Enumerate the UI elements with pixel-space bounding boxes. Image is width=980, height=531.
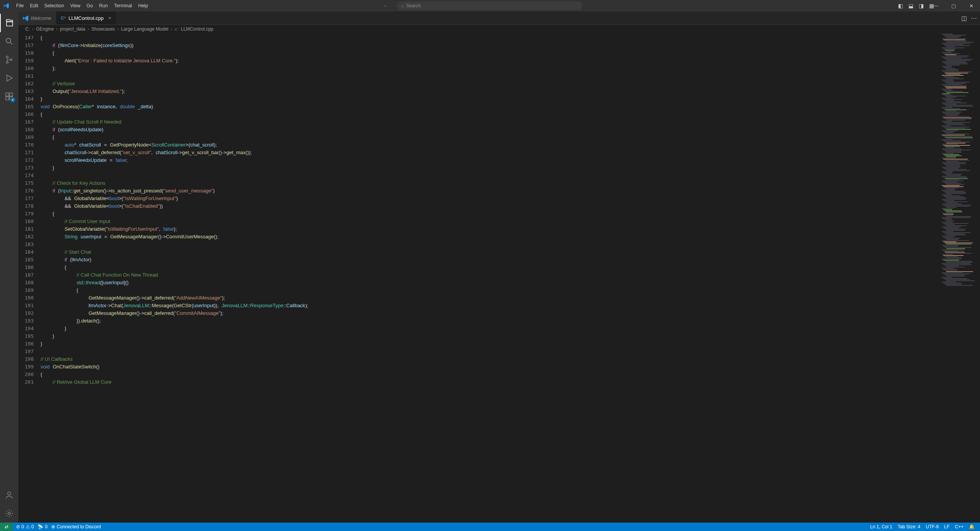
maximize-button[interactable]: ▢ xyxy=(945,0,962,11)
toggle-sidebar-icon[interactable]: ◧ xyxy=(898,3,903,9)
activity-extensions[interactable]: 4 xyxy=(0,87,18,106)
chevron-right-icon: › xyxy=(171,26,172,32)
menu-view[interactable]: View xyxy=(67,0,83,11)
split-editor-icon[interactable]: ◫ xyxy=(961,15,967,22)
nav-back-icon[interactable]: ← xyxy=(383,3,388,9)
warning-count: 0 xyxy=(31,524,34,529)
toggle-panel-icon[interactable]: ⬓ xyxy=(908,3,913,9)
activity-explorer[interactable] xyxy=(0,14,18,32)
minimap[interactable] xyxy=(940,33,975,523)
menu-run[interactable]: Run xyxy=(96,0,111,11)
tab-label: LLMControl.cpp xyxy=(69,15,104,21)
bell-icon[interactable]: 🔔 xyxy=(969,524,975,529)
close-button[interactable]: ✕ xyxy=(962,0,980,11)
tab-bar: WelcomeC⁺LLMControl.cpp× ◫ ⋯ xyxy=(18,11,980,25)
activity-search[interactable] xyxy=(0,32,18,50)
activity-accounts[interactable] xyxy=(0,486,18,504)
search-placeholder: Search xyxy=(406,3,421,8)
activity-source-control[interactable] xyxy=(0,50,18,69)
breadcrumb-segment[interactable]: Showcases xyxy=(91,26,115,32)
breadcrumbs[interactable]: C:›GEngine›project_data›Showcases›Large … xyxy=(18,25,980,33)
breadcrumb-segment[interactable]: C: xyxy=(25,26,30,32)
svg-rect-5 xyxy=(10,93,13,96)
title-bar: FileEditSelectionViewGoRunTerminalHelp ←… xyxy=(0,0,980,11)
chevron-right-icon: › xyxy=(117,26,119,32)
status-ports[interactable]: 📡0 xyxy=(38,524,47,529)
activity-bar: 4 xyxy=(0,11,18,523)
menu-bar: FileEditSelectionViewGoRunTerminalHelp xyxy=(13,0,151,11)
toggle-secondary-sidebar-icon[interactable]: ◨ xyxy=(919,3,924,9)
svg-text:C⁺: C⁺ xyxy=(61,16,66,20)
ports-count: 0 xyxy=(45,524,47,529)
chevron-right-icon: › xyxy=(56,26,58,32)
ports-icon: 📡 xyxy=(38,524,43,529)
breadcrumb-file[interactable]: C⁺LLMControl.cpp xyxy=(175,26,214,32)
svg-point-8 xyxy=(8,492,11,495)
tab-llmcontrol-cpp[interactable]: C⁺LLMControl.cpp× xyxy=(56,11,116,24)
badge: 4 xyxy=(10,97,15,103)
svg-point-9 xyxy=(8,512,10,515)
activity-run-debug[interactable] xyxy=(0,69,18,87)
warning-icon: ⚠ xyxy=(26,524,30,529)
menu-file[interactable]: File xyxy=(13,0,27,11)
menu-edit[interactable]: Edit xyxy=(27,0,41,11)
window-controls: — ▢ ✕ xyxy=(927,0,980,11)
chevron-right-icon: › xyxy=(32,26,34,32)
editor-area: WelcomeC⁺LLMControl.cpp× ◫ ⋯ C:›GEngine›… xyxy=(18,11,980,523)
editor-actions: ◫ ⋯ xyxy=(961,11,977,25)
error-icon: ⊘ xyxy=(16,524,20,529)
status-indentation[interactable]: Tab Size: 4 xyxy=(898,524,920,529)
code-editor[interactable]: 147 157 158 159 160 161 162 163 164 165 … xyxy=(18,33,980,523)
minimize-button[interactable]: — xyxy=(927,0,945,11)
menu-selection[interactable]: Selection xyxy=(41,0,67,11)
vertical-scrollbar[interactable] xyxy=(975,33,980,523)
search-icon: ⌕ xyxy=(401,3,404,8)
error-count: 0 xyxy=(21,524,24,529)
status-cursor-position[interactable]: Ln 1, Col 1 xyxy=(870,524,892,529)
discord-label: Connected to Discord xyxy=(57,524,101,529)
menu-terminal[interactable]: Terminal xyxy=(111,0,135,11)
status-problems[interactable]: ⊘0 ⚠0 xyxy=(16,524,34,529)
vscode-icon xyxy=(23,15,28,21)
command-center[interactable]: ⌕ Search xyxy=(398,2,582,10)
svg-point-1 xyxy=(7,56,8,58)
tab-label: Welcome xyxy=(31,15,51,21)
status-eol[interactable]: LF xyxy=(944,524,949,529)
svg-rect-6 xyxy=(6,97,9,100)
svg-text:C⁺: C⁺ xyxy=(175,28,179,31)
menu-go[interactable]: Go xyxy=(83,0,96,11)
remote-indicator[interactable]: ⇄ xyxy=(0,523,13,531)
line-number-gutter: 147 157 158 159 160 161 162 163 164 165 … xyxy=(18,33,41,523)
tab-welcome[interactable]: Welcome xyxy=(18,11,56,24)
menu-help[interactable]: Help xyxy=(135,0,151,11)
svg-point-0 xyxy=(6,38,11,43)
status-bar: ⇄ ⊘0 ⚠0 📡0 ⊕Connected to Discord Ln 1, C… xyxy=(0,523,980,531)
remote-icon: ⇄ xyxy=(5,524,8,529)
breadcrumb-segment[interactable]: project_data xyxy=(60,26,85,32)
svg-point-3 xyxy=(10,59,12,61)
vscode-logo-icon xyxy=(0,3,13,9)
breadcrumb-segment[interactable]: Large Language Model xyxy=(121,26,168,32)
more-actions-icon[interactable]: ⋯ xyxy=(971,15,977,22)
chevron-right-icon: › xyxy=(88,26,89,32)
status-language-mode[interactable]: C++ xyxy=(955,524,964,529)
breadcrumb-segment[interactable]: GEngine xyxy=(36,26,54,32)
svg-rect-4 xyxy=(6,93,9,96)
status-encoding[interactable]: UTF-8 xyxy=(926,524,939,529)
code-content[interactable]: { if (!llmCore->Initialize(coreSettings)… xyxy=(41,33,940,523)
cpp-icon: C⁺ xyxy=(61,15,66,21)
activity-settings[interactable] xyxy=(0,504,18,523)
status-discord[interactable]: ⊕Connected to Discord xyxy=(51,524,101,529)
svg-point-2 xyxy=(7,62,8,64)
close-tab-icon[interactable]: × xyxy=(108,15,111,21)
discord-icon: ⊕ xyxy=(51,524,55,529)
